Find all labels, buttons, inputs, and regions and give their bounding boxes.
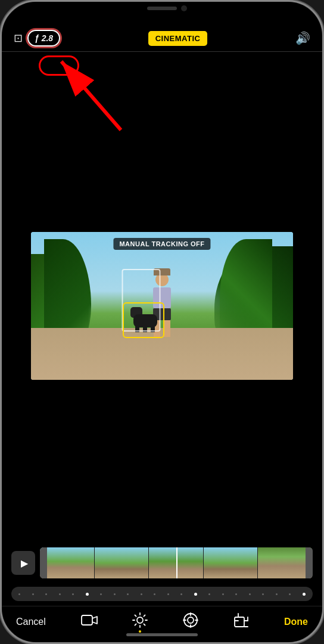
aspect-ratio-icon[interactable]: ⊡: [14, 32, 23, 45]
main-content: ⊡ ƒ 2.8 CINEMATIC 🔊: [2, 2, 322, 642]
top-bar: ⊡ ƒ 2.8 CINEMATIC 🔊: [2, 23, 322, 51]
tracking-button[interactable]: [183, 612, 198, 631]
scrubber-dot-21: [289, 593, 291, 595]
scrubber-dot-10: [141, 593, 142, 595]
scrubber-dot-12: [167, 593, 169, 595]
top-bar-left: ⊡ ƒ 2.8: [14, 30, 60, 47]
film-frame-5: [258, 547, 313, 578]
svg-point-3: [137, 617, 143, 623]
video-scene: MANUAL TRACKING OFF: [31, 232, 293, 380]
film-strip-inner: [40, 547, 313, 578]
scrubber-dot-19: [262, 593, 264, 595]
sound-icon[interactable]: 🔊: [295, 31, 310, 45]
scrubber-dot-4: [59, 593, 61, 595]
film-frame-1: [40, 547, 95, 578]
tracking-icon: [183, 612, 198, 631]
home-indicator: [126, 633, 198, 636]
brightness-icon: [132, 612, 148, 631]
dog-tracking-box: [123, 302, 164, 338]
scrubber-dot-8: [114, 593, 116, 595]
svg-rect-2: [82, 615, 92, 625]
person-leg-right: [164, 320, 170, 337]
header-divider: [2, 51, 322, 52]
scrubber-dot-18: [249, 593, 251, 595]
cinematic-camera-icon: [81, 614, 98, 630]
play-icon: ▶: [21, 558, 28, 569]
scrubber-row: [2, 584, 322, 606]
scrubber-dot-14: [194, 593, 197, 596]
bottom-section: ▶: [2, 541, 322, 642]
notch: [120, 2, 204, 18]
video-container: MANUAL TRACKING OFF: [31, 232, 293, 380]
cancel-button[interactable]: Cancel: [16, 617, 46, 627]
phone-frame: ⊡ ƒ 2.8 CINEMATIC 🔊: [0, 0, 324, 644]
scrubber-dot-20: [276, 593, 278, 595]
speaker-grill: [147, 7, 177, 10]
scrubber-dot-22: [303, 593, 306, 596]
svg-rect-18: [235, 617, 244, 627]
video-preview-area: MANUAL TRACKING OFF: [2, 70, 322, 541]
front-camera: [181, 5, 187, 11]
svg-line-11: [135, 624, 136, 625]
scrubber-dot-3: [45, 593, 47, 595]
scrubber-dot-5: [72, 593, 74, 595]
film-frame-4: [204, 547, 258, 578]
crop-icon: [233, 612, 249, 631]
film-bracket-left: [40, 547, 47, 578]
scrubber-dot-11: [154, 593, 155, 595]
aperture-value: ƒ 2.8: [35, 33, 53, 43]
scrubber-dot-1: [18, 593, 20, 595]
play-button[interactable]: ▶: [11, 551, 35, 575]
tracking-label: MANUAL TRACKING OFF: [113, 238, 210, 250]
crop-button[interactable]: [233, 612, 249, 631]
scrubber-dot-15: [208, 593, 210, 595]
scrubber-dot-9: [127, 593, 129, 595]
cinematic-badge[interactable]: CINEMATIC: [148, 31, 208, 46]
svg-line-9: [144, 624, 145, 625]
done-button[interactable]: Done: [284, 617, 308, 627]
toolbar: Cancel: [2, 606, 322, 636]
scrubber-dot-6: [86, 593, 89, 596]
timeline-row: ▶: [2, 541, 322, 584]
film-strip[interactable]: [40, 547, 313, 578]
scrubber-dot-7: [100, 593, 102, 595]
film-frame-2: [95, 547, 149, 578]
svg-point-13: [188, 617, 194, 623]
scrubber-dot-16: [222, 593, 224, 595]
svg-line-8: [135, 615, 136, 617]
brightness-button[interactable]: [132, 612, 148, 631]
scrubber-dot-13: [180, 593, 182, 595]
scrubber-track[interactable]: [11, 587, 313, 601]
phone-inner: ⊡ ƒ 2.8 CINEMATIC 🔊: [2, 2, 322, 642]
svg-line-10: [144, 615, 145, 617]
scrubber-dot-2: [32, 593, 34, 595]
scrubber-dot-17: [235, 593, 237, 595]
scrubber-dots: [18, 593, 306, 596]
cinematic-camera-button[interactable]: [81, 614, 98, 630]
film-playhead: [176, 547, 177, 578]
brightness-active-dot: [139, 630, 141, 633]
aperture-badge[interactable]: ƒ 2.8: [27, 30, 60, 47]
film-bracket-right: [306, 547, 313, 578]
